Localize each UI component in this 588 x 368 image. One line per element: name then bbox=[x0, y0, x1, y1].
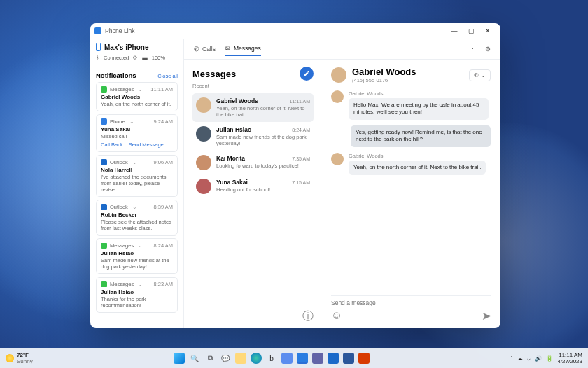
tab-bar: ✆ Calls ✉ Messages ⋯ ⚙ bbox=[184, 39, 500, 60]
refresh-icon[interactable]: ⟳ bbox=[133, 55, 138, 61]
composer: ☺ ➤ bbox=[331, 295, 491, 322]
start-button[interactable] bbox=[174, 353, 185, 364]
message-thread: Gabriel WoodsHello Max! We are meeting b… bbox=[331, 90, 491, 295]
avatar bbox=[331, 90, 344, 103]
message-bubble: Yes, getting ready now! Remind me, is th… bbox=[351, 125, 491, 147]
notif-time: 8:24 AM bbox=[153, 243, 173, 249]
conv-preview: Looking forward to today's practice! bbox=[216, 163, 310, 169]
emoji-icon[interactable]: ☺ bbox=[331, 309, 342, 322]
conv-time: 7:35 AM bbox=[292, 156, 310, 161]
notif-app-icon bbox=[101, 243, 107, 249]
chat-contact-phone: (415) 555-0176 bbox=[352, 77, 416, 83]
notif-body: Thanks for the park recommendation! bbox=[101, 296, 173, 308]
avatar bbox=[196, 155, 211, 170]
conversation-item[interactable]: Kai Morita7:35 AMLooking forward to toda… bbox=[192, 151, 314, 175]
notif-body: Please see the attached notes from last … bbox=[101, 219, 173, 231]
chat-button[interactable]: 💬 bbox=[220, 353, 231, 364]
task-view-button[interactable]: ⧉ bbox=[204, 353, 216, 364]
teams-button[interactable] bbox=[312, 353, 323, 364]
notif-app: Outlook bbox=[110, 159, 128, 165]
notif-title: Yuna Sakai bbox=[101, 126, 173, 132]
avatar bbox=[196, 179, 211, 194]
battery-tray-icon[interactable]: 🔋 bbox=[546, 355, 553, 362]
app-title: Phone Link bbox=[105, 27, 135, 34]
more-icon[interactable]: ⋯ bbox=[472, 46, 478, 53]
conv-time: 7:15 AM bbox=[292, 180, 310, 185]
avatar bbox=[196, 126, 211, 142]
sidebar: Max's iPhone ᚼ Connected ⟳ ▬ 100% Notifi… bbox=[90, 39, 184, 328]
notif-body: Missed call bbox=[101, 133, 173, 139]
send-icon[interactable]: ➤ bbox=[482, 309, 491, 322]
chat-contact-name: Gabriel Woods bbox=[352, 67, 416, 77]
notif-app-icon bbox=[101, 86, 107, 93]
notification-card[interactable]: Outlook⌄9:06 AMNola HarrellI've attached… bbox=[96, 155, 178, 197]
notif-body: Sam made new friends at the dog park yes… bbox=[101, 257, 173, 270]
calls-icon: ✆ bbox=[194, 46, 200, 53]
edge-button[interactable] bbox=[251, 353, 262, 364]
wifi-icon[interactable]: ⌵ bbox=[527, 355, 531, 362]
tab-calls[interactable]: ✆ Calls bbox=[194, 43, 216, 55]
notification-card[interactable]: Messages⌄8:23 AMJulian HsiaoThanks for t… bbox=[96, 277, 178, 313]
system-tray[interactable]: ˄ ☁ ⌵ 🔊 🔋 11:11 AM 4/27/2023 bbox=[510, 352, 588, 364]
volume-icon[interactable]: 🔊 bbox=[535, 355, 542, 362]
word-button[interactable] bbox=[343, 353, 354, 364]
store-button[interactable] bbox=[281, 353, 293, 364]
explorer-button[interactable] bbox=[235, 353, 246, 364]
chevron-down-icon[interactable]: ⌄ bbox=[132, 159, 137, 165]
titlebar: Phone Link — ▢ ✕ bbox=[90, 23, 500, 39]
notif-app-icon bbox=[101, 204, 107, 210]
onedrive-icon[interactable]: ☁ bbox=[517, 355, 523, 362]
minimize-button[interactable]: — bbox=[446, 27, 463, 34]
notification-card[interactable]: Messages⌄11:11 AMGabriel WoodsYeah, on t… bbox=[96, 82, 178, 111]
phone-link-button[interactable] bbox=[297, 353, 308, 364]
compose-icon bbox=[303, 70, 310, 77]
outgoing-message: Yes, getting ready now! Remind me, is th… bbox=[331, 125, 491, 147]
maximize-button[interactable]: ▢ bbox=[463, 27, 479, 34]
bluetooth-icon: ᚼ bbox=[96, 55, 99, 61]
taskbar[interactable]: 72°F Sunny 🔍 ⧉ 💬 b ˄ ☁ ⌵ 🔊 🔋 11:11 AM 4/… bbox=[0, 348, 588, 368]
conversation-item[interactable]: Gabriel Woods11:11 AMYeah, on the north … bbox=[192, 93, 314, 122]
weather-temp: 72°F bbox=[17, 352, 33, 358]
search-button[interactable]: 🔍 bbox=[189, 353, 200, 364]
close-button[interactable]: ✕ bbox=[479, 27, 496, 34]
bing-button[interactable]: b bbox=[266, 353, 277, 364]
app-button[interactable] bbox=[358, 353, 370, 364]
battery-label: 100% bbox=[152, 55, 165, 61]
chevron-down-icon: ⌄ bbox=[481, 72, 486, 79]
notification-card[interactable]: Outlook⌄8:39 AMRobin BeckerPlease see th… bbox=[96, 200, 178, 236]
message-input[interactable] bbox=[331, 299, 491, 306]
notification-card[interactable]: Messages⌄8:24 AMJulian HsiaoSam made new… bbox=[96, 238, 178, 274]
compose-button[interactable] bbox=[300, 67, 314, 81]
chevron-down-icon[interactable]: ⌄ bbox=[138, 86, 143, 93]
conv-time: 11:11 AM bbox=[289, 99, 310, 104]
conv-name: Julian Hsiao bbox=[216, 126, 251, 133]
conv-name: Kai Morita bbox=[216, 155, 245, 162]
bt-status: Connected bbox=[104, 55, 129, 61]
chevron-down-icon[interactable]: ⌄ bbox=[130, 118, 134, 125]
close-all-link[interactable]: Close all bbox=[158, 73, 178, 79]
battery-icon: ▬ bbox=[142, 55, 148, 61]
conversation-item[interactable]: Yuna Sakai7:15 AMHeading out for school! bbox=[192, 175, 314, 198]
notification-action[interactable]: Call Back bbox=[101, 142, 123, 148]
weather-icon bbox=[6, 354, 14, 362]
notification-action[interactable]: Send Message bbox=[129, 142, 164, 148]
device-header[interactable]: Max's iPhone bbox=[96, 43, 178, 51]
chevron-down-icon[interactable]: ⌄ bbox=[138, 243, 143, 249]
weather-widget[interactable]: 72°F Sunny bbox=[0, 352, 33, 364]
chevron-down-icon[interactable]: ⌄ bbox=[138, 281, 143, 287]
call-button[interactable]: ✆ ⌄ bbox=[469, 69, 491, 81]
tray-chevron-icon[interactable]: ˄ bbox=[510, 355, 513, 362]
notif-time: 8:23 AM bbox=[153, 281, 173, 287]
outlook-button[interactable] bbox=[328, 353, 339, 364]
message-bubble: Hello Max! We are meeting by the cafe in… bbox=[349, 98, 489, 120]
notif-app-icon bbox=[101, 159, 107, 165]
conv-preview: Sam made new friends at the dog park yes… bbox=[216, 134, 310, 146]
chevron-down-icon[interactable]: ⌄ bbox=[132, 204, 137, 210]
tab-messages[interactable]: ✉ Messages bbox=[225, 42, 261, 56]
conversation-item[interactable]: Julian Hsiao8:24 AMSam made new friends … bbox=[192, 122, 314, 151]
info-icon[interactable]: ⓘ bbox=[302, 309, 314, 324]
notification-card[interactable]: Phone⌄9:24 AMYuna SakaiMissed callCall B… bbox=[96, 114, 178, 152]
notif-time: 9:24 AM bbox=[153, 118, 173, 125]
settings-icon[interactable]: ⚙ bbox=[485, 46, 491, 53]
notif-time: 9:06 AM bbox=[153, 159, 173, 165]
